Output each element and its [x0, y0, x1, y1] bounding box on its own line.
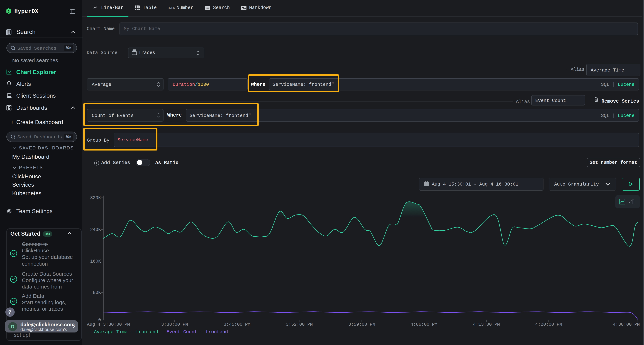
svg-text:3:45:00 PM: 3:45:00 PM [224, 322, 250, 327]
svg-text:4:30:00 PM: 4:30:00 PM [613, 322, 640, 327]
svg-text:160K: 160K [90, 259, 101, 264]
svg-text:Aug 4 3:30:00 PM: Aug 4 3:30:00 PM [87, 322, 130, 327]
svg-text:80K: 80K [93, 290, 101, 295]
svg-text:3:38:00 PM: 3:38:00 PM [161, 322, 188, 327]
svg-text:320K: 320K [90, 195, 101, 201]
svg-text:4:13:00 PM: 4:13:00 PM [473, 322, 500, 327]
svg-text:3:52:00 PM: 3:52:00 PM [286, 322, 313, 327]
svg-text:4:06:00 PM: 4:06:00 PM [410, 322, 438, 327]
svg-text:240K: 240K [90, 227, 101, 232]
svg-text:4:20:00 PM: 4:20:00 PM [535, 322, 562, 327]
svg-text:— Average Time · frontend — Ev: — Average Time · frontend — Event Count … [88, 329, 228, 335]
svg-text:3:59:00 PM: 3:59:00 PM [348, 322, 375, 327]
